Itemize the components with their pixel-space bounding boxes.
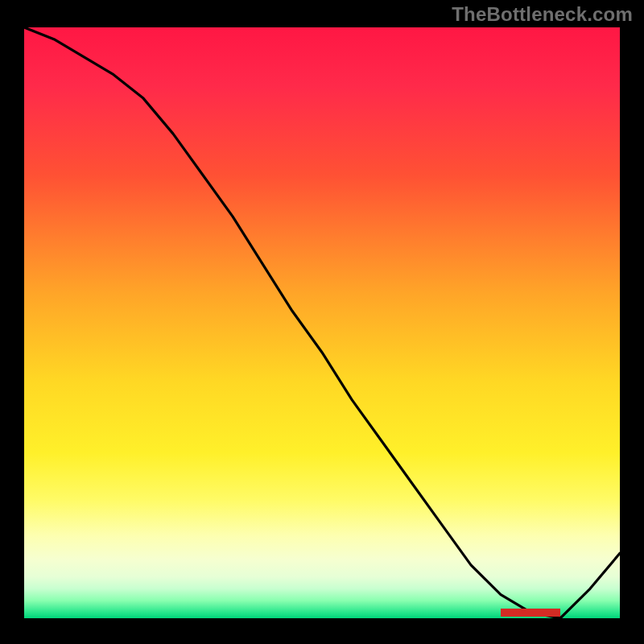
plot-area: OPTIMAL [24, 27, 620, 618]
optimal-marker: OPTIMAL [501, 609, 560, 617]
chart-frame: TheBottleneck.com OPTIMAL [0, 0, 644, 644]
bottleneck-curve [24, 27, 620, 618]
attribution-text: TheBottleneck.com [452, 3, 633, 26]
